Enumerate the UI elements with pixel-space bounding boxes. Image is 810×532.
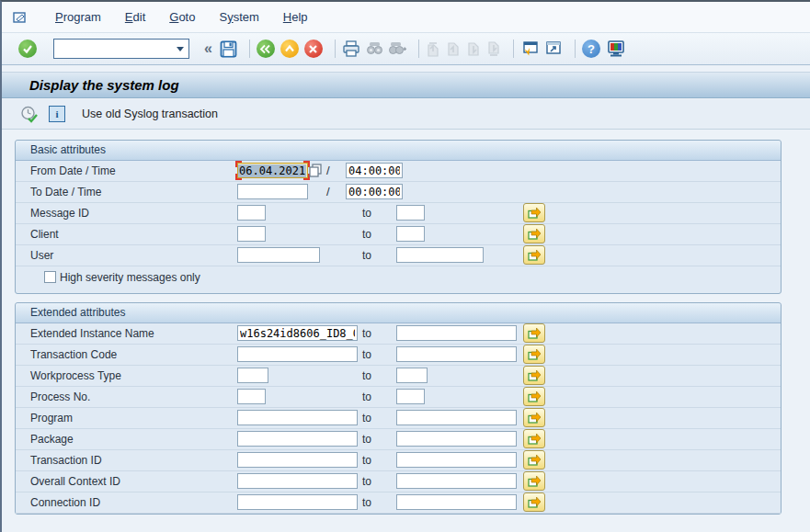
page-up-icon[interactable]	[446, 41, 461, 57]
standard-toolbar: «	[2, 33, 810, 65]
to-label: to	[362, 412, 371, 424]
information-icon[interactable]: i	[49, 106, 65, 122]
use-old-syslog-button[interactable]: Use old Syslog transaction	[76, 106, 223, 122]
field-label: Package	[30, 433, 74, 446]
client-from-input[interactable]	[237, 226, 266, 242]
new-session-icon[interactable]	[520, 40, 539, 57]
menu-edit[interactable]: Edit	[113, 10, 157, 24]
from-date-input[interactable]: 06.04.2021	[237, 163, 308, 178]
field-label: Workprocess Type	[30, 369, 121, 382]
execute-icon[interactable]	[20, 106, 38, 123]
process-no-from-input[interactable]	[237, 389, 266, 404]
title-bar: Display the system log	[2, 72, 810, 98]
enter-icon[interactable]	[18, 40, 37, 58]
program-multiselect-button[interactable]	[523, 408, 545, 427]
sap-gui-window: Program Edit Goto System Help «	[0, 0, 810, 532]
overall-context-id-row: Overall Context ID to	[16, 471, 781, 492]
field-label: Extended Instance Name	[30, 327, 154, 340]
connection-id-from-input[interactable]	[237, 494, 358, 510]
user-from-input[interactable]	[237, 247, 320, 263]
transaction-id-to-input[interactable]	[396, 452, 517, 468]
to-date-input[interactable]	[237, 184, 308, 199]
client-to-input[interactable]	[396, 226, 425, 242]
command-dropdown-icon[interactable]	[172, 40, 188, 58]
menu-goto[interactable]: Goto	[157, 10, 207, 24]
find-next-icon[interactable]	[389, 41, 406, 56]
application-toolbar: i Use old Syslog transaction	[2, 99, 810, 130]
to-label: to	[362, 496, 371, 509]
date-picker-icon[interactable]	[309, 164, 322, 181]
user-row: User to	[16, 245, 781, 266]
help-icon[interactable]: ?	[582, 40, 600, 58]
system-menu-icon[interactable]	[13, 11, 29, 24]
menu-help[interactable]: Help	[271, 10, 320, 24]
to-label: to	[362, 454, 371, 467]
message-id-from-input[interactable]	[237, 205, 266, 221]
message-id-multiselect-button[interactable]	[523, 203, 545, 222]
connection-id-multiselect-button[interactable]	[523, 492, 545, 512]
package-row: Package to	[16, 429, 781, 450]
high-severity-label: High severity messages only	[60, 271, 200, 284]
program-from-input[interactable]	[237, 410, 358, 425]
create-shortcut-icon[interactable]	[544, 40, 563, 57]
command-input[interactable]	[54, 42, 172, 55]
package-multiselect-button[interactable]	[523, 429, 545, 448]
user-multiselect-button[interactable]	[523, 245, 545, 265]
find-icon[interactable]	[366, 41, 383, 56]
high-severity-row: High severity messages only	[16, 266, 781, 289]
process-no-multiselect-button[interactable]	[523, 387, 545, 406]
overall-context-id-from-input[interactable]	[237, 473, 358, 489]
customize-layout-icon[interactable]	[606, 40, 626, 58]
connection-id-row: Connection ID to	[16, 492, 781, 514]
save-icon[interactable]	[220, 40, 237, 58]
exit-icon[interactable]	[280, 40, 299, 58]
workprocess-type-from-input[interactable]	[237, 368, 268, 383]
transaction-code-row: Transaction Code to	[16, 345, 781, 366]
command-field[interactable]	[53, 39, 189, 59]
field-label: Connection ID	[30, 496, 100, 509]
to-label: to	[362, 369, 371, 382]
package-to-input[interactable]	[396, 431, 517, 447]
menu-system[interactable]: System	[207, 10, 270, 24]
page-down-icon[interactable]	[466, 41, 481, 57]
menu-bar: Program Edit Goto System Help	[2, 2, 810, 33]
field-label: Transaction ID	[30, 454, 102, 467]
from-date-time-row: From Date / Time 06.04.2021 /	[16, 161, 781, 182]
overall-context-id-multiselect-button[interactable]	[523, 471, 545, 491]
extended-attributes-group: Extended attributes Extended Instance Na…	[15, 302, 781, 515]
message-id-to-input[interactable]	[396, 205, 425, 221]
transaction-id-multiselect-button[interactable]	[523, 450, 545, 470]
program-to-input[interactable]	[396, 410, 517, 425]
to-label: to	[362, 207, 371, 220]
field-label: User	[30, 249, 53, 262]
menu-program[interactable]: Program	[43, 10, 113, 24]
message-id-row: Message ID to	[16, 203, 781, 224]
to-time-input[interactable]	[346, 184, 403, 199]
workprocess-type-to-input[interactable]	[396, 368, 428, 383]
workprocess-type-multiselect-button[interactable]	[523, 366, 545, 385]
extended-instance-name-multiselect-button[interactable]	[523, 323, 545, 343]
cancel-icon[interactable]	[304, 40, 323, 58]
transaction-id-from-input[interactable]	[237, 452, 358, 468]
last-page-icon[interactable]	[486, 41, 501, 57]
program-row: Program to	[16, 408, 781, 429]
connection-id-to-input[interactable]	[396, 494, 517, 510]
user-to-input[interactable]	[396, 247, 484, 263]
from-time-input[interactable]	[346, 163, 403, 178]
print-icon[interactable]	[342, 40, 360, 57]
process-no-to-input[interactable]	[396, 389, 425, 404]
client-multiselect-button[interactable]	[523, 224, 545, 243]
overall-context-id-to-input[interactable]	[396, 473, 517, 489]
transaction-code-multiselect-button[interactable]	[523, 345, 545, 364]
transaction-id-row: Transaction ID to	[16, 450, 781, 471]
extended-instance-name-to-input[interactable]	[396, 325, 517, 341]
back-icon[interactable]	[257, 40, 275, 58]
package-from-input[interactable]	[237, 431, 358, 447]
extended-instance-name-from-input[interactable]	[237, 325, 358, 341]
collapse-toolbar-icon[interactable]: «	[204, 40, 212, 57]
client-row: Client to	[16, 224, 781, 245]
transaction-code-from-input[interactable]	[237, 346, 358, 362]
transaction-code-to-input[interactable]	[396, 346, 517, 362]
first-page-icon[interactable]	[426, 41, 440, 57]
high-severity-checkbox[interactable]	[44, 271, 56, 283]
